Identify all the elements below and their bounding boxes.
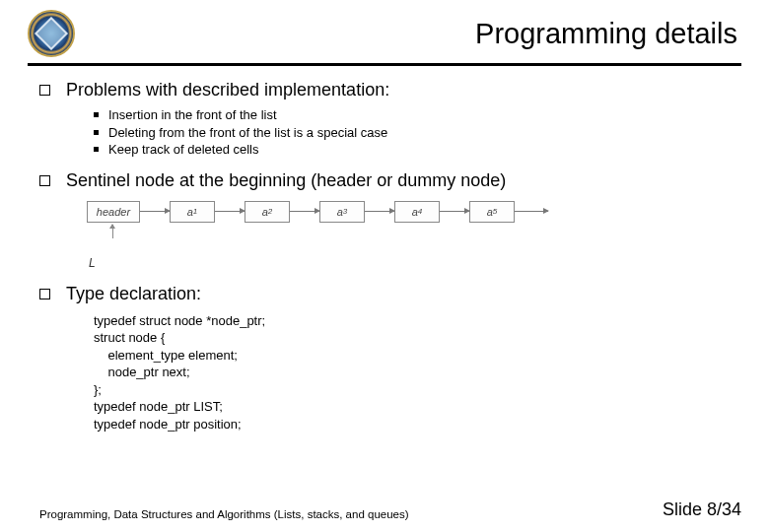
diagram-node: a1 — [170, 201, 215, 223]
square-bullet-icon — [94, 147, 99, 152]
arrow-icon — [440, 211, 469, 212]
arrow-icon — [290, 211, 319, 212]
diagram-header-node: header — [87, 201, 140, 223]
diagram-node: a5 — [469, 201, 515, 223]
sub-bullet-list: Insertion in the front of the list Delet… — [94, 106, 730, 159]
checkbox-icon — [39, 85, 50, 96]
bullet-typedecl: Type declaration: — [39, 284, 730, 304]
bullet-problems: Problems with described implementation: — [39, 80, 730, 100]
bullet-sentinel: Sentinel node at the beginning (header o… — [39, 170, 730, 191]
sub-bullet-text: Keep track of deleted cells — [108, 141, 258, 159]
arrow-icon — [215, 211, 245, 212]
slide-number: Slide 8/34 — [663, 499, 741, 520]
square-bullet-icon — [94, 130, 99, 135]
code-block: typedef struct node *node_ptr; struct no… — [94, 312, 730, 433]
arrow-icon — [365, 211, 394, 212]
checkbox-icon — [39, 175, 50, 186]
title-divider — [28, 63, 741, 66]
sub-bullet: Keep track of deleted cells — [94, 141, 730, 159]
footer-course-title: Programming, Data Structures and Algorit… — [39, 508, 409, 520]
up-arrow-icon — [112, 225, 113, 238]
linked-list-diagram: header a1 a2 a3 a4 a5 L — [87, 201, 730, 270]
sub-bullet-text: Insertion in the front of the list — [108, 106, 277, 124]
sub-bullet: Deleting from the front of the list is a… — [94, 124, 730, 142]
slide-title: Programming details — [75, 18, 741, 50]
diagram-node: a2 — [245, 201, 290, 223]
arrow-icon — [515, 211, 548, 212]
heading-sentinel: Sentinel node at the beginning (header o… — [66, 170, 506, 191]
diagram-node: a4 — [394, 201, 440, 223]
diagram-node: a3 — [319, 201, 365, 223]
checkbox-icon — [39, 289, 50, 299]
sub-bullet-text: Deleting from the front of the list is a… — [108, 124, 387, 142]
logo-seal — [28, 10, 75, 57]
heading-problems: Problems with described implementation: — [66, 80, 389, 100]
square-bullet-icon — [94, 112, 99, 117]
heading-typedecl: Type declaration: — [66, 284, 201, 304]
sub-bullet: Insertion in the front of the list — [94, 106, 730, 124]
diagram-pointer-label: L — [89, 256, 730, 270]
arrow-icon — [140, 211, 170, 212]
